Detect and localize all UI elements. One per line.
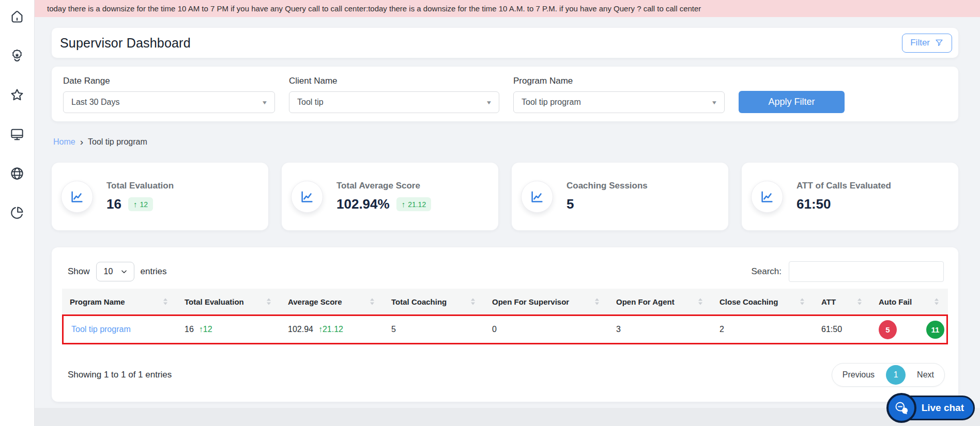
filter-button[interactable]: Filter — [902, 34, 952, 53]
announcement-text: today there is a downsize for the time 1… — [47, 4, 701, 13]
monitor-icon — [9, 127, 25, 142]
table-panel: Show 10 entries Search: — [52, 247, 958, 402]
search-input[interactable] — [789, 261, 944, 282]
delta-up: ↑21.12 — [318, 325, 343, 334]
sidebar-item-global[interactable] — [9, 165, 25, 182]
column-header-open-for-agent[interactable]: Open For Agent — [608, 289, 712, 314]
column-header-open-for-supervisor[interactable]: Open For Supervisor — [484, 289, 608, 314]
sidebar-item-favorites[interactable] — [9, 87, 25, 103]
program-name-group: Program Name Tool tip program ▼ — [513, 76, 725, 113]
column-header-program-name[interactable]: Program Name — [62, 289, 177, 314]
column-label: Open For Agent — [616, 297, 675, 306]
star-icon — [9, 87, 25, 103]
sort-icon — [471, 298, 475, 305]
entries-summary: Showing 1 to 1 of 1 entries — [68, 370, 172, 380]
page-number-button[interactable]: 1 — [886, 365, 906, 385]
stat-value: 5 — [566, 196, 574, 212]
att-value: 61:50 — [821, 325, 842, 334]
main-area: today there is a downsize for the time 1… — [35, 0, 980, 408]
sort-icon — [800, 298, 804, 305]
delta-value: 12 — [203, 325, 212, 334]
client-name-label: Client Name — [289, 76, 499, 86]
auto-fail-badge: 5 — [879, 320, 897, 339]
column-label: Average Score — [288, 297, 342, 306]
sort-icon — [595, 298, 599, 305]
date-range-value: Last 30 Days — [71, 98, 119, 107]
auto-pass-badge: 11 — [926, 321, 944, 339]
chevron-down-icon — [120, 268, 128, 275]
announcement-banner: today there is a downsize for the time 1… — [35, 0, 980, 17]
stat-label: Total Evaluation — [106, 181, 174, 191]
program-name-link[interactable]: Tool tip program — [71, 325, 131, 334]
column-header-average-score[interactable]: Average Score — [280, 289, 384, 314]
program-name-label: Program Name — [513, 76, 725, 86]
chevron-right-icon: › — [80, 137, 83, 147]
delta-badge: ↑12 — [128, 197, 153, 211]
delta-up: ↑12 — [199, 325, 212, 334]
breadcrumb-home-link[interactable]: Home — [53, 137, 75, 147]
column-header-close-coaching[interactable]: Close Coaching — [712, 289, 814, 314]
agent-badge-icon — [9, 48, 25, 64]
open-for-agent-value: 3 — [616, 325, 621, 334]
delta-value: 12 — [140, 200, 148, 209]
total-coaching-value: 5 — [391, 325, 396, 334]
previous-page-button[interactable]: Previous — [832, 370, 885, 380]
column-label: Total Coaching — [391, 297, 447, 306]
column-label: Close Coaching — [719, 297, 778, 306]
column-header-auto-fail[interactable]: Auto Fail — [871, 289, 948, 314]
pagination: Previous 1 Next — [832, 363, 945, 387]
column-header-att[interactable]: ATT — [814, 289, 871, 314]
column-header-total-evaluation[interactable]: Total Evaluation — [177, 289, 280, 314]
date-range-select[interactable]: Last 30 Days ▼ — [63, 91, 275, 113]
close-coaching-value: 2 — [719, 325, 724, 334]
stat-body: ATT of Calls Evaluated 61:50 — [797, 181, 891, 212]
line-chart-icon — [751, 181, 783, 213]
sidebar — [0, 0, 35, 426]
stat-value: 61:50 — [797, 196, 831, 212]
programs-table: Program Name Total Evaluation Average Sc… — [62, 289, 948, 344]
program-name-select[interactable]: Tool tip program ▼ — [513, 91, 725, 113]
page-title: Supervisor Dashboard — [60, 36, 191, 51]
sidebar-item-reports[interactable] — [9, 204, 25, 221]
search-group: Search: — [751, 261, 944, 282]
average-score-value: 102.94 — [288, 325, 313, 334]
sort-icon — [698, 298, 702, 305]
client-name-select[interactable]: Tool tip ▼ — [289, 91, 499, 113]
date-range-label: Date Range — [63, 76, 275, 86]
next-page-button[interactable]: Next — [907, 370, 944, 380]
page-size-value: 10 — [104, 267, 113, 276]
column-label: Auto Fail — [879, 297, 912, 306]
stat-label: Coaching Sessions — [566, 181, 648, 191]
line-chart-icon — [61, 181, 93, 213]
stat-label: ATT of Calls Evaluated — [797, 181, 891, 191]
table-footer: Showing 1 to 1 of 1 entries Previous 1 N… — [62, 363, 948, 387]
auto-fail-cell: 5 11 — [879, 320, 946, 339]
sort-icon — [858, 298, 862, 305]
client-name-value: Tool tip — [297, 98, 324, 107]
sidebar-item-monitor[interactable] — [9, 126, 25, 143]
open-for-supervisor-value: 0 — [492, 325, 497, 334]
column-header-total-coaching[interactable]: Total Coaching — [384, 289, 484, 314]
table-header-row: Program Name Total Evaluation Average Sc… — [62, 289, 948, 314]
sidebar-item-agent[interactable] — [9, 48, 25, 64]
program-name-value: Tool tip program — [522, 98, 581, 107]
column-label: Program Name — [70, 297, 125, 306]
sidebar-item-home[interactable] — [9, 8, 25, 25]
column-label: Total Evaluation — [185, 297, 244, 306]
entries-label: entries — [141, 266, 167, 277]
client-name-group: Client Name Tool tip ▼ — [289, 76, 499, 113]
live-chat-button[interactable]: Live chat — [890, 396, 975, 420]
stat-body: Total Evaluation 16 ↑12 — [106, 181, 174, 212]
stat-card-att-of-calls: ATT of Calls Evaluated 61:50 — [742, 163, 958, 230]
line-chart-icon — [291, 181, 323, 213]
pie-chart-icon — [9, 205, 25, 220]
column-label: Open For Supervisor — [492, 297, 569, 306]
sort-icon — [370, 298, 374, 305]
stat-cards: Total Evaluation 16 ↑12 Total Average Sc… — [52, 163, 958, 230]
apply-filter-button[interactable]: Apply Filter — [739, 91, 845, 113]
globe-icon — [9, 166, 25, 181]
filter-button-label: Filter — [910, 38, 930, 48]
column-label: ATT — [821, 297, 836, 306]
sort-icon — [935, 298, 939, 305]
page-size-select[interactable]: 10 — [96, 262, 134, 281]
